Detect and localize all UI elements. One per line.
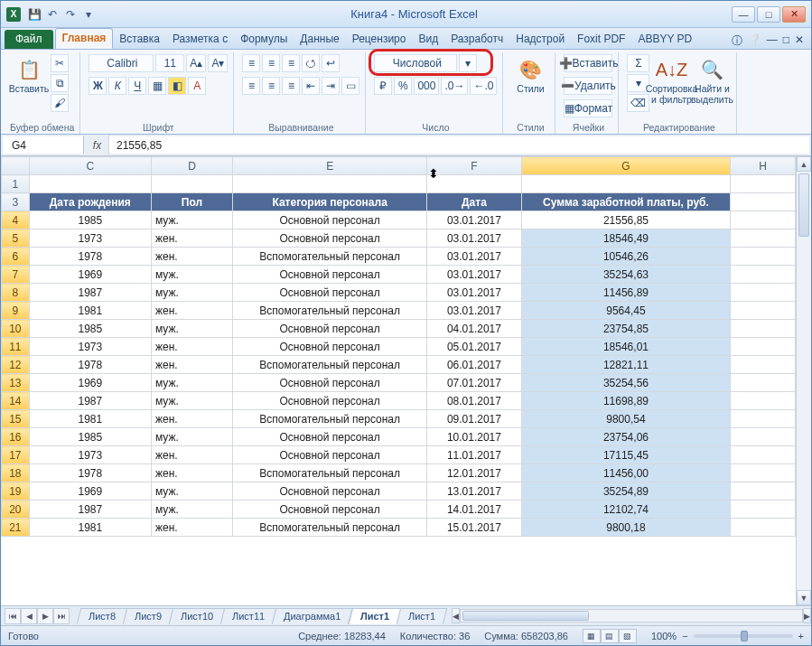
cell-G21[interactable]: 9800,18 xyxy=(521,519,731,537)
border-icon[interactable]: ▦ xyxy=(148,77,166,95)
grid[interactable]: CDEFGH13Дата рожденияПолКатегория персон… xyxy=(1,156,796,605)
cell-C12[interactable]: 1978 xyxy=(29,356,151,374)
cell-H16[interactable] xyxy=(731,428,796,446)
scroll-down-icon[interactable]: ▼ xyxy=(797,590,811,605)
close-button[interactable]: ✕ xyxy=(782,6,806,23)
align-left-icon[interactable]: ≡ xyxy=(242,77,260,95)
header-cell-C[interactable]: Дата рождения xyxy=(29,193,151,211)
cell-C16[interactable]: 1985 xyxy=(29,428,151,446)
cell-E18[interactable]: Вспомогательный персонал xyxy=(233,464,427,482)
cell-H17[interactable] xyxy=(731,446,796,464)
cell-C1[interactable] xyxy=(29,175,151,193)
cell-C20[interactable]: 1987 xyxy=(29,501,151,519)
cell-F9[interactable]: 03.01.2017 xyxy=(427,302,521,320)
row-header-3[interactable]: 3 xyxy=(2,193,30,211)
header-cell-D[interactable]: Пол xyxy=(151,193,232,211)
ribbon-help-icon[interactable]: ❔ xyxy=(748,33,761,49)
hscroll-thumb[interactable] xyxy=(462,611,589,621)
cell-E21[interactable]: Вспомогательный персонал xyxy=(233,519,427,537)
row-header-8[interactable]: 8 xyxy=(2,284,30,302)
cell-H13[interactable] xyxy=(731,374,796,392)
cell-C15[interactable]: 1981 xyxy=(29,410,151,428)
row-header-12[interactable]: 12 xyxy=(2,356,30,374)
align-right-icon[interactable]: ≡ xyxy=(282,77,300,95)
shrink-font-icon[interactable]: A▾ xyxy=(208,54,228,72)
cell-E6[interactable]: Вспомогательный персонал xyxy=(233,248,427,266)
formula-input[interactable]: 21556,85 xyxy=(109,136,809,154)
vertical-scrollbar[interactable]: ▲ ▼ xyxy=(796,156,811,605)
cell-D7[interactable]: муж. xyxy=(151,266,232,284)
font-color-icon[interactable]: A xyxy=(188,77,206,95)
cell-G13[interactable]: 35254,56 xyxy=(521,374,731,392)
name-box[interactable]: G4 xyxy=(3,136,84,154)
tab-home[interactable]: Главная xyxy=(55,28,114,49)
col-header-C[interactable]: C xyxy=(29,157,151,175)
col-header-D[interactable]: D xyxy=(151,157,232,175)
cell-C19[interactable]: 1969 xyxy=(29,482,151,501)
doc-close-icon[interactable]: ✕ xyxy=(795,33,804,49)
tab-nav-first-icon[interactable]: ⏮ xyxy=(5,608,21,624)
find-select-button[interactable]: 🔍 Найти и выделить xyxy=(693,54,731,107)
header-cell-E[interactable]: Категория персонала xyxy=(233,193,427,211)
col-header-G[interactable]: G xyxy=(521,157,731,175)
cell-D4[interactable]: муж. xyxy=(151,211,232,229)
cell-F1[interactable] xyxy=(427,175,521,193)
tab-foxit[interactable]: Foxit PDF xyxy=(571,30,631,49)
view-page-layout-icon[interactable]: ▤ xyxy=(601,629,619,643)
scroll-thumb[interactable] xyxy=(798,173,809,237)
cell-D13[interactable]: муж. xyxy=(151,374,232,392)
undo-icon[interactable]: ↶ xyxy=(44,6,61,23)
cell-C17[interactable]: 1973 xyxy=(29,446,151,464)
cell-G9[interactable]: 9564,45 xyxy=(521,302,731,320)
cell-F19[interactable]: 13.01.2017 xyxy=(427,482,521,501)
cell-G1[interactable] xyxy=(521,175,731,193)
maximize-button[interactable]: □ xyxy=(757,6,780,23)
cell-G18[interactable]: 11456,00 xyxy=(521,464,731,482)
row-header-5[interactable]: 5 xyxy=(2,229,30,248)
help-icon[interactable]: ⓘ xyxy=(732,33,742,49)
cell-F12[interactable]: 06.01.2017 xyxy=(427,356,521,374)
zoom-in-icon[interactable]: + xyxy=(798,631,804,641)
hscroll-track[interactable] xyxy=(460,609,803,623)
row-header-11[interactable]: 11 xyxy=(2,338,30,356)
italic-button[interactable]: К xyxy=(108,77,126,95)
currency-icon[interactable]: ₽ xyxy=(374,77,392,95)
cell-D17[interactable]: жен. xyxy=(151,446,232,464)
cell-G6[interactable]: 10546,26 xyxy=(521,248,731,266)
tab-addins[interactable]: Надстрой xyxy=(509,30,571,49)
col-header-F[interactable]: F xyxy=(427,157,521,175)
cell-E10[interactable]: Основной персонал xyxy=(233,320,427,338)
tab-review[interactable]: Рецензиро xyxy=(346,30,413,49)
select-all-corner[interactable] xyxy=(2,157,30,175)
cell-C8[interactable]: 1987 xyxy=(29,284,151,302)
row-header-7[interactable]: 7 xyxy=(2,266,30,284)
cell-H10[interactable] xyxy=(731,320,796,338)
fill-color-icon[interactable]: ◧ xyxy=(168,77,186,95)
cell-F15[interactable]: 09.01.2017 xyxy=(427,410,521,428)
cell-D9[interactable]: жен. xyxy=(151,302,232,320)
tab-view[interactable]: Вид xyxy=(412,30,444,49)
header-cell-G[interactable]: Сумма заработной платы, руб. xyxy=(521,193,731,211)
grow-font-icon[interactable]: A▴ xyxy=(186,54,206,72)
cell-D18[interactable]: жен. xyxy=(151,464,232,482)
row-header-19[interactable]: 19 xyxy=(2,482,30,501)
sheet-tab-лист1[interactable]: Лист1 xyxy=(348,608,401,624)
cell-H15[interactable] xyxy=(731,410,796,428)
row-header-15[interactable]: 15 xyxy=(2,410,30,428)
align-top-icon[interactable]: ≡ xyxy=(242,54,260,72)
cell-G4[interactable]: 21556,85 xyxy=(521,211,731,229)
format-painter-icon[interactable]: 🖌 xyxy=(51,94,69,112)
cell-C6[interactable]: 1978 xyxy=(29,248,151,266)
font-size-combo[interactable]: 11 xyxy=(155,54,184,72)
cell-E5[interactable]: Основной персонал xyxy=(233,229,427,248)
cell-C18[interactable]: 1978 xyxy=(29,464,151,482)
cell-E14[interactable]: Основной персонал xyxy=(233,392,427,410)
cell-C5[interactable]: 1973 xyxy=(29,229,151,248)
cell-D21[interactable]: жен. xyxy=(151,519,232,537)
cell-H6[interactable] xyxy=(731,248,796,266)
inc-decimal-icon[interactable]: .0→ xyxy=(441,77,468,95)
paste-button[interactable]: 📋 Вставить xyxy=(10,54,48,97)
font-name-combo[interactable]: Calibri xyxy=(89,54,154,72)
cell-D15[interactable]: жен. xyxy=(151,410,232,428)
cell-E17[interactable]: Основной персонал xyxy=(233,446,427,464)
